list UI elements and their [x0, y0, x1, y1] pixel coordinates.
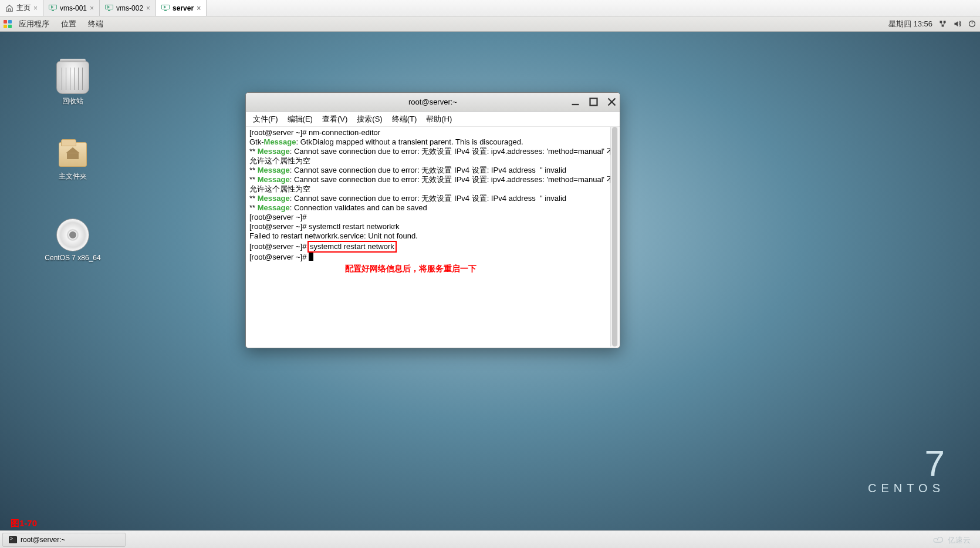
close-icon[interactable]: ×	[90, 4, 94, 12]
vm-tab-vms002[interactable]: vms-002 ×	[100, 0, 156, 16]
term-line: [root@server ~]# nm-connection-editor	[249, 128, 380, 137]
maximize-button[interactable]	[589, 98, 598, 106]
vm-tab-home-label: 主页	[16, 3, 31, 13]
desktop-icon-home[interactable]: 主文件夹	[43, 136, 102, 181]
close-icon[interactable]: ×	[33, 4, 38, 12]
vm-screen-icon	[49, 5, 57, 11]
term-line: [root@server ~]# systemctl restart netwo…	[249, 222, 400, 231]
panel-applications[interactable]: 应用程序	[14, 18, 54, 31]
desktop-icon-label: CentOS 7 x86_64	[43, 254, 102, 262]
term-line: : Cannot save connection due to error: 无…	[290, 194, 566, 203]
vm-tabbar: 主页 × vms-001 × vms-002 × server ×	[0, 0, 980, 16]
network-icon[interactable]	[938, 19, 947, 28]
terminal-menubar: 文件(F) 编辑(E) 查看(V) 搜索(S) 终端(T) 帮助(H)	[246, 112, 620, 127]
terminal-scrollbar[interactable]	[610, 127, 619, 347]
menu-edit[interactable]: 编辑(E)	[284, 113, 316, 126]
annotation-text: 配置好网络信息后，将服务重启一下	[345, 264, 616, 274]
term-message: Message	[258, 194, 290, 203]
desktop[interactable]: 回收站 主文件夹 CentOS 7 x86_64 root@server:~ 文…	[0, 32, 980, 530]
vm-screen-icon	[105, 5, 113, 11]
term-prompt: [root@server ~]#	[249, 253, 309, 261]
volume-icon[interactable]	[953, 19, 962, 28]
desktop-icon-label: 回收站	[43, 96, 102, 106]
taskbar-item-label: root@server:~	[21, 536, 66, 544]
term-line: **	[249, 175, 258, 184]
svg-rect-3	[590, 99, 597, 106]
menu-search[interactable]: 搜索(S)	[353, 113, 386, 126]
vm-tab-label: server	[173, 4, 194, 12]
term-line: **	[249, 194, 258, 203]
gnome-top-panel: 应用程序 位置 终端 星期四 13:56	[0, 16, 980, 32]
menu-terminal[interactable]: 终端(T)	[388, 113, 421, 126]
minimize-button[interactable]	[571, 98, 580, 106]
applications-icon	[4, 20, 12, 28]
terminal-title: root@server:~	[408, 98, 457, 106]
centos-version: 7	[868, 445, 945, 482]
terminal-titlebar[interactable]: root@server:~	[246, 93, 620, 112]
figure-label: 图1-70	[11, 518, 37, 529]
vm-screen-icon	[161, 5, 170, 11]
centos-brand: 7 CENTOS	[868, 445, 945, 495]
close-icon[interactable]: ×	[146, 4, 150, 12]
term-line: : GtkDialog mapped without a transient p…	[296, 137, 523, 146]
terminal-window: root@server:~ 文件(F) 编辑(E) 查看(V) 搜索(S) 终端…	[245, 92, 620, 348]
close-button[interactable]	[607, 98, 616, 106]
panel-datetime[interactable]: 星期四 13:56	[888, 19, 932, 29]
home-icon	[5, 4, 13, 12]
close-icon[interactable]: ×	[197, 4, 201, 12]
taskbar: root@server:~ 亿速云	[0, 530, 980, 548]
watermark: 亿速云	[932, 535, 971, 546]
power-icon[interactable]	[968, 19, 976, 28]
centos-word: CENTOS	[868, 482, 945, 495]
term-message: Message	[258, 175, 290, 184]
highlighted-command: systemctl restart network	[307, 241, 397, 253]
menu-help[interactable]: 帮助(H)	[423, 113, 455, 126]
menu-file[interactable]: 文件(F)	[249, 113, 282, 126]
vm-tab-label: vms-001	[60, 4, 87, 12]
terminal-icon	[9, 536, 17, 543]
term-prompt: [root@server ~]#	[249, 242, 309, 251]
term-message: Message	[258, 166, 290, 174]
terminal-content[interactable]: [root@server ~]# nm-connection-editor Gt…	[247, 127, 619, 347]
desktop-icon-trash[interactable]: 回收站	[43, 61, 102, 106]
vm-tab-home[interactable]: 主页 ×	[0, 0, 43, 16]
desktop-icon-disc[interactable]: CentOS 7 x86_64	[43, 218, 102, 262]
taskbar-item-terminal[interactable]: root@server:~	[2, 533, 126, 547]
term-line: : Cannot save connection due to error: 无…	[290, 166, 566, 174]
cursor-icon	[309, 253, 313, 261]
term-line: **	[249, 166, 258, 174]
term-line: : Connection validates and can be saved	[290, 203, 427, 212]
term-line: : Cannot save connection due to error: 无…	[249, 175, 614, 193]
vm-tab-vms001[interactable]: vms-001 ×	[43, 0, 100, 16]
term-message: Message	[258, 203, 290, 212]
term-line: Failed to restart networkrk.service: Uni…	[249, 231, 418, 240]
scrollbar-thumb[interactable]	[612, 127, 617, 347]
trash-icon	[56, 61, 89, 94]
folder-icon	[56, 136, 89, 169]
term-message: Message	[264, 137, 296, 146]
term-message: Message	[258, 147, 290, 156]
term-line: **	[249, 147, 258, 156]
term-line: Gtk-	[249, 137, 264, 146]
term-line: **	[249, 203, 258, 212]
vm-tab-label: vms-002	[116, 4, 143, 12]
vm-tab-server[interactable]: server ×	[156, 0, 207, 16]
panel-terminal[interactable]: 终端	[83, 18, 108, 31]
term-line: [root@server ~]#	[249, 213, 309, 221]
menu-view[interactable]: 查看(V)	[319, 113, 351, 126]
panel-places[interactable]: 位置	[56, 18, 81, 31]
disc-icon	[56, 218, 89, 251]
term-line: : Cannot save connection due to error: 无…	[249, 147, 614, 165]
watermark-text: 亿速云	[948, 535, 971, 546]
desktop-icon-label: 主文件夹	[43, 172, 102, 181]
